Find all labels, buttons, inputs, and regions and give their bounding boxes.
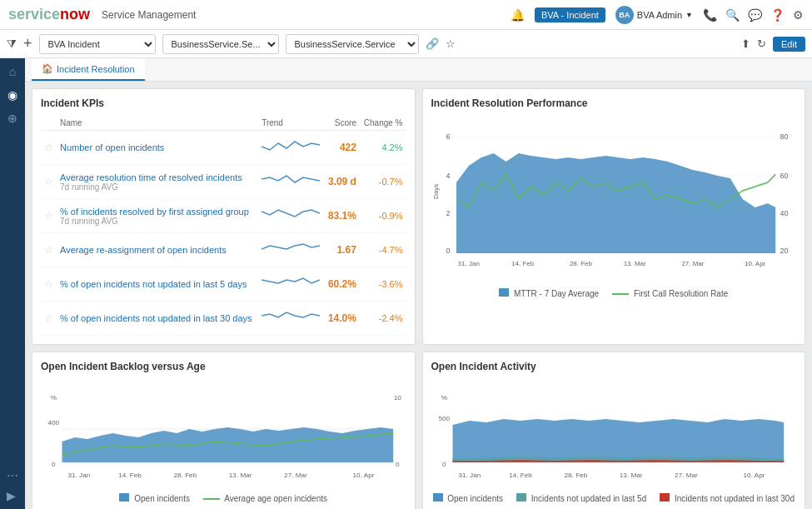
activity-open-legend: Open incidents bbox=[433, 493, 504, 503]
svg-text:31. Jan: 31. Jan bbox=[68, 472, 91, 479]
activity-chart-svg: % 500 0 31. Jan 14. Feb 28. Feb bbox=[431, 379, 797, 487]
sidebar-home-icon[interactable]: ⌂ bbox=[9, 65, 16, 78]
service-filter-select[interactable]: BusinessService.Service bbox=[286, 34, 419, 54]
kpi-score: 83.1% bbox=[328, 210, 356, 222]
star-toggle[interactable]: ☆ bbox=[44, 244, 53, 256]
svg-text:14. Feb: 14. Feb bbox=[511, 260, 535, 267]
star-icon[interactable]: ☆ bbox=[446, 37, 456, 50]
kpi-name-link[interactable]: Average re-assignment of open incidents bbox=[60, 245, 227, 255]
svg-text:20: 20 bbox=[780, 247, 788, 255]
activity-5d-box bbox=[516, 493, 526, 502]
kpi-name-link[interactable]: % of incidents resolved by first assigne… bbox=[60, 207, 249, 217]
mttr-legend-label: MTTR - 7 Day Average bbox=[514, 289, 599, 298]
link-icon[interactable]: 🔗 bbox=[426, 37, 439, 50]
activity-title: Open Incident Activity bbox=[431, 361, 797, 372]
main-content: 🏠 Incident Resolution Incident KPIs Name… bbox=[25, 58, 812, 509]
backlog-card: Open Incident Backlog versus Age % 400 0… bbox=[32, 352, 416, 509]
kpi-change: -3.6% bbox=[379, 279, 403, 289]
svg-text:28. Feb: 28. Feb bbox=[174, 472, 197, 479]
tab-bar: 🏠 Incident Resolution bbox=[25, 58, 812, 82]
resolution-chart-container: 6 4 2 0 Days 80 60 40 20 bbox=[431, 116, 797, 298]
mttr-legend-box bbox=[499, 288, 509, 297]
kpi-score: 60.2% bbox=[328, 278, 356, 290]
sparkline-chart bbox=[262, 272, 320, 295]
refresh-icon[interactable]: ↻ bbox=[757, 37, 766, 50]
star-toggle[interactable]: ☆ bbox=[44, 312, 53, 324]
col-score: Score bbox=[324, 116, 360, 131]
sidebar-dashboard-icon[interactable]: ◉ bbox=[7, 88, 17, 102]
help-icon[interactable]: ❓ bbox=[770, 8, 785, 22]
sparkline-chart bbox=[262, 203, 320, 227]
kpi-name-link[interactable]: % of open incidents not updated in last … bbox=[60, 313, 252, 323]
business-service-filter-select[interactable]: BusinessService.Se... bbox=[162, 34, 279, 54]
edit-button[interactable]: Edit bbox=[773, 37, 805, 52]
bell-icon[interactable]: 🔔 bbox=[511, 8, 525, 22]
activity-5d-legend: Incidents not updated in last 5d bbox=[516, 493, 646, 503]
svg-text:14. Feb: 14. Feb bbox=[509, 472, 532, 479]
table-row: ☆ Average re-assignment of open incident… bbox=[41, 233, 406, 267]
kpi-change: -2.4% bbox=[379, 313, 403, 323]
svg-text:60: 60 bbox=[780, 172, 788, 180]
star-toggle[interactable]: ☆ bbox=[44, 278, 53, 290]
share-icon[interactable]: ⬆ bbox=[741, 37, 750, 50]
fcr-legend-label: First Call Resolution Rate bbox=[634, 289, 728, 298]
header-icons: 📞 🔍 💬 ❓ ⚙ bbox=[703, 8, 804, 22]
svg-text:10. Apr: 10. Apr bbox=[745, 260, 766, 267]
sidebar-network-icon[interactable]: ⊕ bbox=[7, 112, 17, 125]
activity-open-box bbox=[433, 493, 443, 502]
search-icon[interactable]: 🔍 bbox=[725, 8, 740, 22]
fcr-legend-item: First Call Resolution Rate bbox=[612, 289, 728, 298]
kpi-sub-label: 7d running AVG bbox=[60, 217, 255, 226]
backlog-open-legend: Open incidents bbox=[119, 493, 190, 503]
svg-text:400: 400 bbox=[48, 419, 60, 427]
kpi-name-link[interactable]: % of open incidents not updated in last … bbox=[60, 279, 247, 289]
tab-incident-resolution[interactable]: 🏠 Incident Resolution bbox=[32, 58, 145, 81]
svg-text:6: 6 bbox=[446, 132, 450, 141]
backlog-title: Open Incident Backlog versus Age bbox=[41, 361, 406, 372]
sparkline-chart bbox=[262, 237, 320, 261]
svg-text:2: 2 bbox=[446, 209, 450, 217]
avatar: BA bbox=[615, 6, 634, 24]
user-dropdown-arrow: ▼ bbox=[685, 11, 693, 19]
add-button[interactable]: + bbox=[23, 35, 32, 52]
phone-icon[interactable]: 📞 bbox=[703, 8, 717, 22]
tab-home-icon: 🏠 bbox=[42, 63, 53, 74]
chat-icon[interactable]: 💬 bbox=[748, 8, 762, 22]
logo-area: servicenow Service Management bbox=[8, 6, 196, 23]
kpi-card: Incident KPIs Name Trend Score Change % bbox=[32, 88, 416, 345]
activity-5d-label: Incidents not updated in last 5d bbox=[531, 494, 646, 503]
sparkline-chart bbox=[262, 169, 320, 192]
header-right: 🔔 BVA - Incident BA BVA Admin ▼ 📞 🔍 💬 ❓ … bbox=[511, 6, 804, 24]
backlog-chart-svg: % 400 0 10 0 31. Jan 14. Feb 28. F bbox=[41, 379, 406, 487]
incident-dropdown[interactable]: BVA - Incident bbox=[535, 7, 605, 22]
col-name: Name bbox=[57, 116, 258, 131]
sidebar-dots-icon[interactable]: ⋯ bbox=[7, 469, 18, 482]
resolution-chart-svg: 6 4 2 0 Days 80 60 40 20 bbox=[431, 116, 797, 282]
star-toggle[interactable]: ☆ bbox=[44, 176, 53, 187]
kpi-title: Incident KPIs bbox=[41, 97, 406, 109]
user-menu[interactable]: BA BVA Admin ▼ bbox=[615, 6, 693, 24]
star-toggle[interactable]: ☆ bbox=[44, 142, 53, 153]
star-toggle[interactable]: ☆ bbox=[44, 210, 53, 222]
svg-text:10: 10 bbox=[394, 394, 402, 402]
dashboard: Incident KPIs Name Trend Score Change % bbox=[25, 82, 812, 509]
logo-service: service bbox=[8, 6, 60, 22]
sidebar-play-icon[interactable]: ▶ bbox=[7, 489, 18, 502]
svg-text:27. Mar: 27. Mar bbox=[675, 472, 698, 479]
activity-card: Open Incident Activity % 500 0 bbox=[422, 352, 806, 509]
incident-filter-select[interactable]: BVA Incident bbox=[39, 34, 156, 54]
settings-icon[interactable]: ⚙ bbox=[793, 8, 804, 22]
svg-text:80: 80 bbox=[780, 132, 788, 141]
filter-icon[interactable]: ⧩ bbox=[7, 37, 17, 51]
activity-30d-legend: Incidents not updated in last 30d bbox=[660, 493, 795, 503]
kpi-name-link[interactable]: Number of open incidents bbox=[60, 142, 164, 152]
svg-text:0: 0 bbox=[442, 461, 446, 468]
kpi-sub-label: 7d running AVG bbox=[60, 182, 255, 192]
svg-text:31. Jan: 31. Jan bbox=[457, 260, 479, 267]
resolution-chart-title: Incident Resolution Performance bbox=[431, 97, 797, 109]
svg-text:27. Mar: 27. Mar bbox=[284, 472, 307, 479]
layout: ⌂ ◉ ⊕ ⋯ ▶ 🏠 Incident Resolution Incident… bbox=[0, 58, 812, 509]
sparkline-chart bbox=[262, 135, 320, 158]
kpi-name-link[interactable]: Average resolution time of resolved inci… bbox=[60, 172, 242, 182]
backlog-open-box bbox=[119, 493, 129, 502]
